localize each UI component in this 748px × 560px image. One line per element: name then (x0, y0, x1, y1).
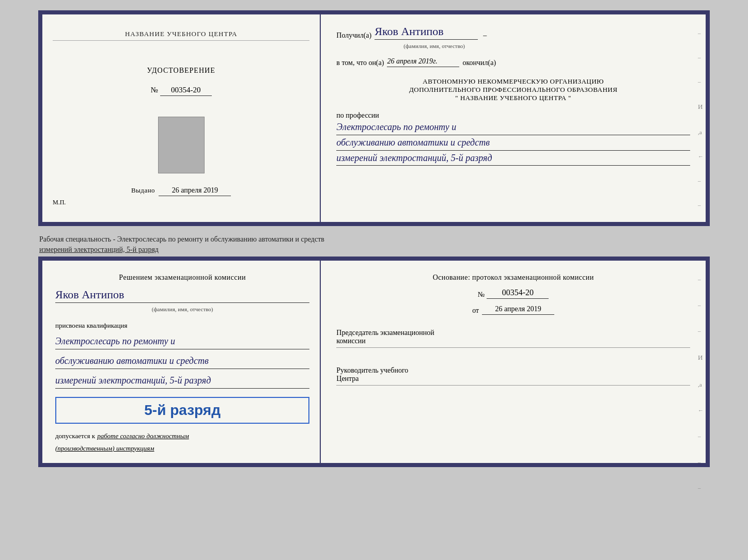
bottom-left-panel: Решением экзаменационной комиссии Яков А… (42, 261, 321, 462)
received-label: Получил(а) (336, 31, 371, 40)
separator-line1: Рабочая специальность - Электрослесарь п… (39, 234, 710, 245)
number-prefix: № (150, 86, 158, 94)
allowed-work2: (производственным) инструкциям (55, 444, 309, 453)
profession-block: по профессии Электрослесарь по ремонту и… (336, 111, 690, 166)
org-line2: ДОПОЛНИТЕЛЬНОГО ПРОФЕССИОНАЛЬНОГО ОБРАЗО… (336, 86, 690, 94)
issued-section: Выдано 26 апреля 2019 (131, 186, 231, 196)
bottom-certificate: Решением экзаменационной комиссии Яков А… (38, 257, 710, 467)
side-marks-bottom-right: – – – И ,а ← – – – (698, 276, 704, 491)
qual-line1: Электрослесарь по ремонту и (55, 334, 309, 349)
school-name-top: НАЗВАНИЕ УЧЕБНОГО ЦЕНТРА (53, 30, 309, 41)
decision-label: Решением экзаменационной комиссии (55, 274, 309, 282)
profession-line2: обслуживанию автоматики и средств (336, 135, 690, 151)
date-label: в том, что он(а) (336, 59, 384, 67)
photo-placeholder (158, 117, 205, 173)
separator-line2: измерений электростанций, 5-й разряд (39, 245, 710, 255)
side-marks-right: – – – И ,а ← – – (698, 30, 704, 208)
allowed-work: работе согласно должностным (97, 432, 189, 440)
director-section: Руководитель учебного Центра (336, 366, 690, 388)
bottom-right-panel: Основание: протокол экзаменационной коми… (321, 261, 706, 462)
fio-note-top: (фамилия, имя, отчество) (403, 43, 748, 49)
issued-date: 26 апреля 2019 (159, 186, 231, 196)
allowed-section: допускается к работе согласно должностны… (55, 432, 309, 440)
director-label: Руководитель учебного (336, 366, 690, 375)
org-block: АВТОНОМНУЮ НЕКОММЕРЧЕСКУЮ ОРГАНИЗАЦИЮ ДО… (336, 77, 690, 102)
date-from-prefix: от (472, 307, 479, 315)
qual-line2: обслуживанию автоматики и средств (55, 354, 309, 369)
director-label2: Центра (336, 375, 690, 383)
finished-label: окончил(а) (462, 59, 496, 67)
chairman-signature-line (336, 347, 690, 348)
qualification-label: присвоена квалификация (55, 322, 309, 330)
bottom-name: Яков Антипов (55, 288, 309, 303)
director-signature-line (336, 385, 690, 386)
profession-label: по профессии (336, 111, 690, 120)
rank-box: 5-й разряд (55, 397, 309, 424)
bottom-number: 00354-20 (487, 288, 549, 299)
profession-line1: Электрослесарь по ремонту и (336, 120, 690, 135)
separator-section: Рабочая специальность - Электрослесарь п… (38, 231, 710, 257)
rank-label: 5-й разряд (144, 402, 221, 418)
recipient-name: Яков Антипов (375, 25, 478, 40)
bottom-number-row: № 00354-20 (336, 288, 690, 299)
cert-left-panel: НАЗВАНИЕ УЧЕБНОГО ЦЕНТРА УДОСТОВЕРЕНИЕ №… (42, 14, 321, 222)
chairman-label2: комиссии (336, 337, 690, 345)
chairman-label: Председатель экзаменационной (336, 329, 690, 337)
cert-number-section: УДОСТОВЕРЕНИЕ № 00354-20 (147, 56, 215, 96)
udostoverenie-label: УДОСТОВЕРЕНИЕ (147, 67, 215, 75)
date-row: в том, что он(а) 26 апреля 2019г. окончи… (336, 57, 690, 67)
cert-number: 00354-20 (160, 86, 212, 96)
bottom-num-prefix: № (478, 291, 485, 299)
chairman-section: Председатель экзаменационной комиссии (336, 329, 690, 350)
date-value: 26 апреля 2019г. (387, 57, 459, 67)
org-line1: АВТОНОМНУЮ НЕКОММЕРЧЕСКУЮ ОРГАНИЗАЦИЮ (336, 77, 690, 86)
mp-label: М.П. (53, 199, 309, 206)
org-line3: " НАЗВАНИЕ УЧЕБНОГО ЦЕНТРА " (336, 94, 690, 102)
allowed-label: допускается к (55, 432, 95, 440)
received-row: Получил(а) Яков Антипов – (336, 25, 690, 40)
basis-label: Основание: протокол экзаменационной коми… (336, 274, 690, 282)
fio-note-bottom: (фамилия, имя, отчество) (55, 306, 309, 312)
qual-line3: измерений электростанций, 5-й разряд (55, 373, 309, 389)
profession-line3: измерений электростанций, 5-й разряд (336, 151, 690, 166)
bottom-date: 26 апреля 2019 (482, 305, 554, 315)
bottom-date-row: от 26 апреля 2019 (336, 305, 690, 315)
cert-right-panel: Получил(а) Яков Антипов – (фамилия, имя,… (321, 14, 706, 222)
issued-label: Выдано (131, 186, 155, 194)
top-certificate: НАЗВАНИЕ УЧЕБНОГО ЦЕНТРА УДОСТОВЕРЕНИЕ №… (38, 10, 710, 226)
